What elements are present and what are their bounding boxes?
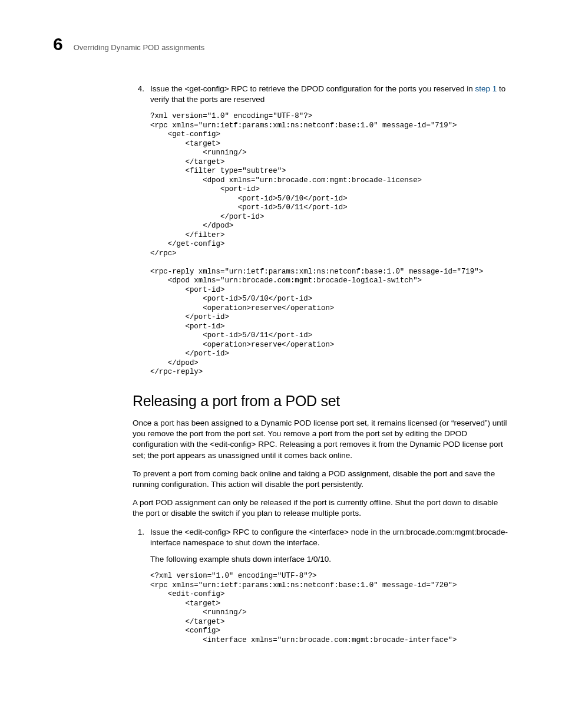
paragraph: A port POD assignment can only be releas…	[133, 498, 509, 519]
step-text-before: Issue the <get-config> RPC to retrieve t…	[150, 84, 475, 93]
paragraph: To prevent a port from coming back onlin…	[133, 469, 509, 490]
page-header: 6 Overriding Dynamic POD assignments	[53, 35, 509, 53]
page-container: 6 Overriding Dynamic POD assignments 4. …	[0, 0, 562, 728]
chapter-number: 6	[53, 35, 63, 53]
code-block-edit-config: <?xml version="1.0" encoding="UTF-8"?> <…	[150, 572, 509, 645]
content-area: 4. Issue the <get-config> RPC to retriev…	[133, 84, 509, 645]
section-heading: Releasing a port from a POD set	[133, 393, 509, 410]
code-block-get-config: ?xml version="1.0" encoding="UTF-8"?> <r…	[150, 112, 509, 377]
step-body: Issue the <get-config> RPC to retrieve t…	[150, 84, 509, 105]
cross-ref-link[interactable]: step 1	[475, 84, 497, 93]
ordered-step-4: 4. Issue the <get-config> RPC to retriev…	[133, 84, 509, 105]
step-number: 4.	[133, 84, 144, 105]
running-title: Overriding Dynamic POD assignments	[74, 43, 205, 52]
paragraph: Once a port has been assigned to a Dynam…	[133, 418, 509, 461]
step-number: 1.	[133, 527, 144, 548]
step-subtext: The following example shuts down interfa…	[150, 554, 509, 565]
ordered-step-1: 1. Issue the <edit-config> RPC to config…	[133, 527, 509, 548]
step-body: Issue the <edit-config> RPC to configure…	[150, 527, 509, 548]
